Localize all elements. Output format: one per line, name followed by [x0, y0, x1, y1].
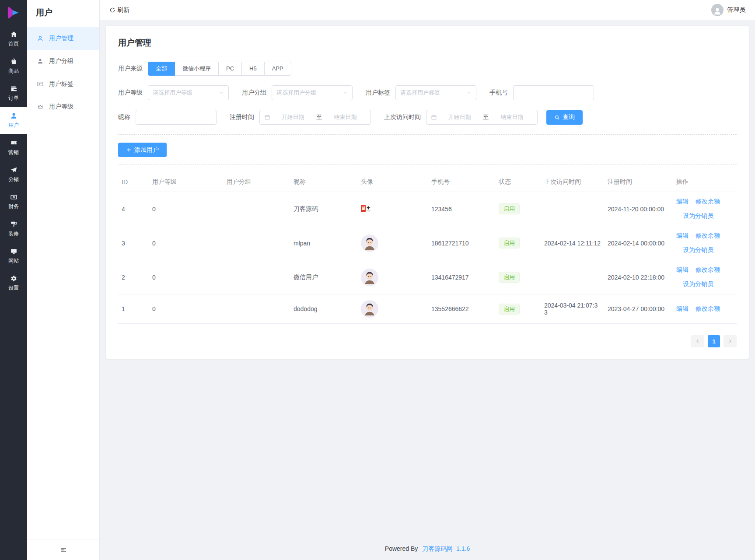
collapse-menu-icon[interactable] [59, 546, 67, 554]
user-group-icon [37, 58, 44, 65]
primary-nav-marketing[interactable]: 营销 [0, 134, 27, 161]
content: 用户管理 用户来源 全部微信小程序PCH5APP 用户等级 请选择用户等级 用户… [100, 20, 755, 539]
primary-nav-settings[interactable]: 设置 [0, 270, 27, 297]
action-link[interactable]: 修改余额 [696, 198, 720, 206]
cell-user-group [223, 226, 290, 260]
source-option[interactable]: 全部 [148, 62, 175, 76]
primary-nav-distribution[interactable]: 分销 [0, 161, 27, 188]
action-link[interactable]: 设为分销员 [683, 212, 713, 219]
calendar-icon [431, 114, 437, 120]
action-link[interactable]: 修改余额 [696, 305, 720, 313]
start-date-placeholder: 开始日期 [272, 113, 314, 121]
primary-nav-website[interactable]: 网站 [0, 242, 27, 270]
action-link[interactable]: 设为分销员 [683, 246, 713, 253]
action-link[interactable]: 编辑 [676, 305, 689, 313]
source-option[interactable]: PC [218, 62, 242, 76]
primary-nav-goods[interactable]: 商品 [0, 52, 27, 80]
source-option[interactable]: 微信小程序 [175, 62, 219, 76]
cell-last-visit: 2024-02-14 12:11:12 [541, 226, 604, 260]
status-badge: 启用 [499, 272, 520, 283]
register-time-label: 注册时间 [230, 113, 254, 121]
search-button[interactable]: 查询 [546, 110, 583, 125]
cell-last-visit: 2024-03-04 21:07:33 [541, 294, 604, 324]
cell-nickname: dododog [290, 294, 357, 324]
topbar: 刷新 管理员 [100, 0, 755, 20]
table-row: 4 0 刀客源码 123456 启用 2024-11-20 00:00:00 编… [118, 192, 737, 226]
secondary-nav: 用户管理 用户分组 用户标签 用户等级 [27, 27, 99, 118]
table-body: 4 0 刀客源码 123456 启用 2024-11-20 00:00:00 编… [118, 192, 737, 324]
sub-nav-label: 用户等级 [49, 103, 73, 111]
action-link[interactable]: 编辑 [676, 266, 689, 274]
cell-phone: 13552666622 [428, 294, 495, 324]
cell-user-level: 0 [149, 226, 223, 260]
register-time-range[interactable]: 开始日期 至 结束日期 [259, 110, 371, 125]
brand-link[interactable]: 刀客源码网 [422, 545, 453, 552]
action-link[interactable]: 修改余额 [696, 232, 720, 240]
pagination-prev-button[interactable] [691, 335, 704, 347]
table-header-row: ID用户等级用户分组昵称头像手机号状态上次访问时间注册时间操作 [118, 172, 737, 192]
source-option[interactable]: APP [264, 62, 291, 76]
refresh-button[interactable]: 刷新 [109, 6, 129, 14]
cell-user-level: 0 [149, 294, 223, 324]
primary-nav-users[interactable]: 用户 [0, 107, 27, 134]
primary-nav-orders[interactable]: 订单 [0, 80, 27, 107]
phone-input[interactable] [513, 85, 594, 100]
nickname-input[interactable] [136, 110, 217, 125]
pagination-page-1[interactable]: 1 [708, 335, 720, 347]
primary-nav-finance[interactable]: 财务 [0, 188, 27, 215]
action-link[interactable]: 修改余额 [696, 266, 720, 274]
column-header: 用户分组 [223, 172, 290, 192]
cell-avatar [357, 192, 428, 226]
action-link[interactable]: 设为分销员 [683, 280, 713, 287]
admin-menu[interactable]: 管理员 [711, 4, 745, 16]
cell-phone: 18612721710 [428, 226, 495, 260]
last-visit-range[interactable]: 开始日期 至 结束日期 [426, 110, 538, 125]
level-select[interactable]: 请选择用户等级 [148, 85, 229, 100]
chevron-down-icon [466, 90, 472, 95]
cell-id: 2 [118, 260, 149, 294]
tag-select[interactable]: 请选择用户标签 [395, 85, 476, 100]
sidebar-item-user-level[interactable]: 用户等级 [27, 95, 99, 118]
source-option[interactable]: H5 [241, 62, 265, 76]
cell-id: 1 [118, 294, 149, 324]
action-link[interactable]: 编辑 [676, 198, 689, 206]
add-user-row: 添加用户 [118, 143, 737, 157]
cell-nickname: 刀客源码 [290, 192, 357, 226]
users-icon [10, 112, 17, 119]
pagination-next-button[interactable] [724, 335, 737, 347]
action-link[interactable]: 编辑 [676, 232, 689, 240]
orders-icon [10, 85, 17, 92]
cell-status: 启用 [495, 226, 541, 260]
sub-nav-label: 用户分组 [49, 57, 73, 65]
primary-nav-decorate[interactable]: 装修 [0, 215, 27, 242]
cell-avatar [357, 226, 428, 260]
cell-user-group [223, 260, 290, 294]
primary-nav-label: 商品 [8, 67, 19, 75]
sidebar-item-user-group[interactable]: 用户分组 [27, 50, 99, 73]
cell-phone: 123456 [428, 192, 495, 226]
column-header: 手机号 [428, 172, 495, 192]
person-icon [713, 4, 722, 16]
primary-nav-label: 营销 [8, 149, 19, 156]
filter-row-source: 用户来源 全部微信小程序PCH5APP [118, 62, 737, 76]
user-tag-icon [37, 80, 44, 88]
cell-id: 4 [118, 192, 149, 226]
user-manage-icon [37, 35, 44, 42]
group-select[interactable]: 请选择用户分组 [272, 85, 353, 100]
primary-nav-label: 订单 [8, 94, 19, 102]
primary-sidebar: 首页 商品 订单 用户 营销 分销 财务 装修 网站 设置 [0, 0, 27, 560]
end-date-placeholder: 结束日期 [491, 113, 533, 121]
table-row: 1 0 dododog 13552666622 启用 2024-03-04 21… [118, 294, 737, 324]
cell-operations: 编辑修改余额 设为分销员 [673, 192, 737, 226]
primary-nav-label: 首页 [8, 40, 19, 48]
primary-nav-label: 财务 [8, 203, 19, 210]
chevron-down-icon [219, 90, 224, 95]
add-user-button[interactable]: 添加用户 [118, 143, 167, 157]
admin-avatar [711, 4, 724, 16]
operation-links-line1: 编辑修改余额 [676, 232, 720, 240]
sidebar-item-user-manage[interactable]: 用户管理 [27, 27, 99, 50]
users-table: ID用户等级用户分组昵称头像手机号状态上次访问时间注册时间操作 4 0 刀客源码… [118, 172, 737, 324]
sidebar-item-user-tag[interactable]: 用户标签 [27, 73, 99, 95]
secondary-sidebar: 用户 用户管理 用户分组 用户标签 用户等级 [27, 0, 100, 560]
primary-nav-home[interactable]: 首页 [0, 25, 27, 52]
